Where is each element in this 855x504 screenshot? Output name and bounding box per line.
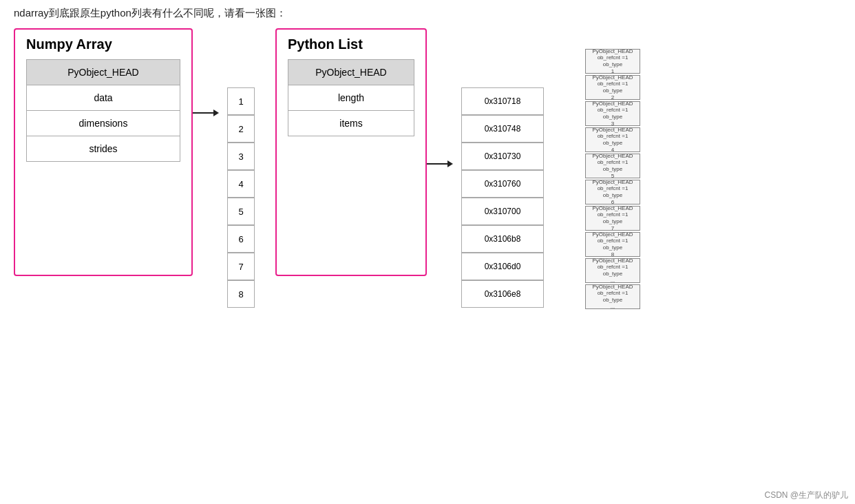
numpy-row-0: PyObject_HEAD (27, 60, 180, 85)
numpy-arrow (193, 109, 219, 116)
numpy-row-1: data (27, 85, 180, 111)
page-container: ndarray到底跟原生python列表有什么不同呢，请看一张图： Numpy … (0, 0, 855, 504)
obj-cell-7: PyObject_HEADob_refcnt =1ob_type8 (585, 232, 640, 257)
obj-cell-5: PyObject_HEADob_refcnt =1ob_type6 (585, 180, 640, 204)
numpy-section: Numpy Array PyObject_HEAD data dimension… (14, 28, 193, 276)
arrow-head-2 (447, 160, 453, 167)
objects-column: PyObject_HEADob_refcnt =1ob_type1PyObjec… (585, 49, 640, 311)
data-cell-7: 8 (227, 280, 255, 308)
table-row: items (288, 111, 414, 136)
data-cell-0: 1 (227, 87, 255, 115)
arrow-line-2 (427, 163, 447, 165)
pointer-cell-1: 0x310748 (461, 115, 544, 143)
table-row: length (288, 85, 414, 111)
obj-cell-6: PyObject_HEADob_refcnt =1ob_type7 (585, 206, 640, 231)
pointers-table: 0x310718 0x310748 0x310730 0x310760 0x31… (461, 87, 544, 308)
python-row-0: PyObject_HEAD (288, 60, 414, 85)
pointer-cell-3: 0x310760 (461, 170, 544, 198)
python-table: PyObject_HEAD length items (288, 59, 414, 136)
items-arrow-area (427, 28, 461, 167)
numpy-row-2: dimensions (27, 111, 180, 136)
data-cell-1: 2 (227, 115, 255, 143)
pointer-cell-6: 0x3106d0 (461, 253, 544, 280)
pointer-cell-2: 0x310730 (461, 143, 544, 170)
python-row-2: items (288, 111, 414, 136)
table-row: PyObject_HEAD (288, 60, 414, 85)
table-row: data (27, 85, 180, 111)
pointer-cell-5: 0x3106b8 (461, 225, 544, 253)
pointer-cell-0: 0x310718 (461, 87, 544, 115)
data-cells: 1 2 3 4 5 6 7 8 (227, 87, 255, 308)
obj-cell-9: PyObject_HEADob_refcnt =1ob_type... (585, 284, 640, 309)
watermark: CSDN @生产队的驴儿 (764, 490, 848, 501)
intro-text: ndarray到底跟原生python列表有什么不同呢，请看一张图： (14, 7, 841, 20)
table-row: strides (27, 136, 180, 162)
numpy-arrow-area (193, 28, 227, 116)
obj-cell-1: PyObject_HEADob_refcnt =1ob_type2 (585, 75, 640, 100)
diagram-area: Numpy Array PyObject_HEAD data dimension… (14, 28, 841, 483)
table-row: dimensions (27, 111, 180, 136)
numpy-table: PyObject_HEAD data dimensions strides (26, 59, 180, 162)
obj-cell-0: PyObject_HEADob_refcnt =1ob_type1 (585, 49, 640, 74)
obj-cell-2: PyObject_HEADob_refcnt =1ob_type3 (585, 101, 640, 126)
python-title: Python List (288, 36, 414, 52)
obj-cell-3: PyObject_HEADob_refcnt =1ob_type4 (585, 127, 640, 152)
table-row: PyObject_HEAD (27, 60, 180, 85)
python-row-1: length (288, 85, 414, 111)
numpy-title: Numpy Array (26, 36, 180, 52)
obj-cell-8: PyObject_HEADob_refcnt =1ob_type... (585, 258, 640, 283)
numpy-row-3: strides (27, 136, 180, 162)
arrow-head (213, 109, 219, 116)
data-cell-4: 5 (227, 198, 255, 225)
arrow-line (193, 112, 213, 114)
data-cell-6: 7 (227, 253, 255, 280)
pointer-cell-4: 0x310700 (461, 198, 544, 225)
obj-cell-4: PyObject_HEADob_refcnt =1ob_type5 (585, 154, 640, 178)
data-cell-2: 3 (227, 143, 255, 170)
data-cell-3: 4 (227, 170, 255, 198)
data-cell-5: 6 (227, 225, 255, 253)
pointer-cell-7: 0x3106e8 (461, 280, 544, 308)
python-section: Python List PyObject_HEAD length items (275, 28, 427, 276)
items-arrow (427, 160, 453, 167)
